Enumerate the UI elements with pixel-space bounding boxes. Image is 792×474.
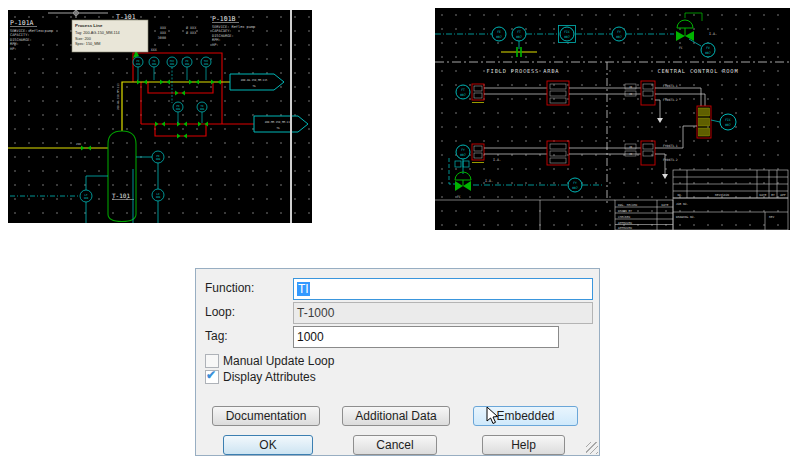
tooltip-tag: Tag: 200-AG-150_MM-114 bbox=[75, 31, 120, 35]
instrument-tag: 108 bbox=[136, 63, 141, 66]
junction-box-label: JB bbox=[629, 93, 633, 96]
area-label-control-room: CENTRAL CONTROL ROOM bbox=[658, 68, 739, 74]
pump-a-line: RPM: bbox=[10, 42, 19, 46]
pid-drawing-panel[interactable]: P-101A SERVICE: Reflex pump CAPACITY: DI… bbox=[8, 10, 312, 223]
instrument-tag: FT bbox=[517, 30, 521, 34]
documentation-button[interactable]: Documentation bbox=[212, 406, 320, 426]
loop-value: T-1000 bbox=[297, 306, 334, 320]
pump-b-line: CAPACITY: bbox=[212, 29, 231, 33]
loop-canvas[interactable]: FE 007 FT 007 FIC 007 FY 007 bbox=[435, 8, 790, 230]
instrument-fv[interactable]: FV 007 bbox=[701, 43, 715, 57]
tag-value: 1000 bbox=[297, 330, 324, 344]
area-label-field: FIELD PROCESS AREA bbox=[487, 68, 560, 74]
wire-label: FT0073-1 bbox=[663, 84, 678, 88]
additional-data-button[interactable]: Additional Data bbox=[342, 406, 450, 426]
vessel-t101[interactable]: T-101 bbox=[108, 131, 136, 222]
display-attributes-label: Display Attributes bbox=[223, 370, 316, 384]
teal-instrument-lines[interactable]: LT 104 PI 108 LI 108 bbox=[10, 151, 164, 223]
instrument-fe[interactable]: FE 007 bbox=[492, 27, 506, 41]
instrument-tag: 104 bbox=[84, 197, 89, 200]
loop-input[interactable]: T-1000 bbox=[293, 302, 593, 324]
tooltip-size: Size: 200 bbox=[75, 37, 91, 41]
instrument-tag: FY bbox=[617, 30, 621, 34]
tag-input[interactable]: 1000 bbox=[293, 326, 559, 348]
junction-box-label: JB bbox=[629, 146, 633, 149]
instrument-tag: 007 bbox=[705, 51, 711, 55]
instrument-bubbles-top[interactable]: PI 108 TI 108 PIC 108 PI 108 TIC 108 bbox=[133, 57, 211, 103]
manual-update-loop-checkbox[interactable] bbox=[205, 354, 219, 368]
vessel-label: T-101 bbox=[112, 192, 130, 199]
check-icon: ✔ bbox=[206, 368, 216, 382]
help-button[interactable]: Help bbox=[482, 435, 565, 455]
titleblock-cell: DRAWING NO. bbox=[676, 215, 695, 219]
function-input[interactable]: TI bbox=[293, 278, 593, 300]
air-supply-label: I.A. bbox=[709, 32, 717, 36]
cancel-button[interactable]: Cancel bbox=[353, 435, 437, 455]
instrument-tag: 007 bbox=[572, 186, 578, 190]
tooltip-spec: Spec: 150_MM bbox=[75, 42, 101, 46]
vessel-top-tag: T-101 bbox=[116, 13, 136, 21]
titleblock-cell: APPROVED bbox=[618, 226, 632, 230]
manual-update-loop-label: Manual Update Loop bbox=[223, 354, 334, 368]
air-supply-label: I.A. bbox=[485, 179, 493, 183]
instrument-tag: 007 bbox=[460, 153, 466, 157]
offpage-connector-1[interactable]: 200-AG-150_MM-115 TG bbox=[230, 74, 284, 90]
instrument-tag: FT bbox=[461, 88, 465, 92]
function-label: Function: bbox=[205, 281, 254, 295]
instrument-tag: FY bbox=[573, 181, 577, 185]
offpage-connector-2[interactable]: 200-MM-150_MM-117 TG bbox=[254, 116, 308, 132]
wiring-row-b[interactable]: FY 007 I.A. JB JB bbox=[455, 126, 697, 179]
instrument-ft[interactable]: FT 007 bbox=[512, 27, 526, 41]
pump-b-line: HP: bbox=[212, 43, 219, 47]
loop-drawing-panel[interactable]: FE 007 FT 007 FIC 007 FY 007 bbox=[435, 8, 790, 230]
valve-size-label: 200 bbox=[76, 142, 81, 146]
process-line-tooltip: Process Line Tag: 200-AG-150_MM-114 Size… bbox=[72, 20, 148, 52]
display-attributes-checkbox[interactable]: ✔ bbox=[205, 370, 219, 384]
air-supply-label: I.A. bbox=[493, 158, 501, 162]
wiring-row-a[interactable]: FT 007 JB JB FT bbox=[456, 81, 705, 123]
instrument-tag: 108 bbox=[156, 158, 161, 161]
riser-line-number: 200-AG-150_MM-113 bbox=[117, 83, 120, 110]
pump-a-label[interactable]: P-101A SERVICE: Reflex pump CAPACITY: DI… bbox=[10, 19, 53, 51]
tag-label: Tag: bbox=[205, 329, 228, 343]
ok-button[interactable]: OK bbox=[223, 435, 313, 455]
titleblock-col: NO. bbox=[677, 193, 682, 197]
embedded-button[interactable]: Embedded bbox=[473, 406, 578, 426]
connector-line-number: TG bbox=[276, 127, 280, 130]
pump-b-line: SERVICE: Reflex pump bbox=[212, 25, 255, 29]
pump-b-line: RPM: bbox=[212, 38, 221, 42]
resize-grip[interactable] bbox=[586, 442, 598, 454]
instrument-tag: 108 bbox=[204, 63, 209, 66]
titleblock-cell: APPROVED bbox=[618, 221, 632, 225]
crosshair-marker bbox=[48, 10, 108, 18]
pump-b-label[interactable]: P-101B SERVICE: Reflex pump CAPACITY: DI… bbox=[212, 15, 255, 47]
instrument-tag: 007 bbox=[496, 35, 502, 39]
titleblock-cell: DWG. RECORD bbox=[618, 203, 637, 207]
ground-icon bbox=[657, 118, 663, 123]
dcs-terminal-strip[interactable]: FIC 007 bbox=[697, 106, 736, 138]
control-valve-field[interactable]: FC I.A. FY 007 bbox=[449, 158, 603, 199]
instrument-tag: FE bbox=[497, 30, 501, 34]
titleblock-col: DATE bbox=[760, 193, 767, 197]
titleblock-col: APP bbox=[780, 193, 785, 197]
instrument-bubbles-mid[interactable]: PI 108 TI 108 bbox=[173, 102, 207, 123]
wire-label: FY0073-1 bbox=[663, 144, 678, 148]
control-valve-top[interactable] bbox=[676, 13, 702, 41]
pump-b-tag: P-101B bbox=[212, 15, 236, 23]
instrument-tag: 007 bbox=[725, 123, 731, 127]
pump-a-tag: P-101A bbox=[10, 19, 34, 27]
pump-b-line: DISCHARGE: bbox=[212, 34, 234, 38]
pump-a-line: SERVICE: Reflex pump bbox=[10, 29, 53, 33]
wire-label: FT0073-2 bbox=[663, 98, 678, 102]
instrument-tag: FV bbox=[706, 46, 710, 50]
connector-line-number: 200-MM-150_MM-117 bbox=[265, 121, 292, 124]
fail-close-label: FC bbox=[457, 195, 461, 199]
instrument-fic[interactable]: FIC 007 bbox=[559, 26, 576, 43]
instrument-tag: 108 bbox=[200, 108, 205, 111]
pump-a-line: CAPACITY: bbox=[10, 33, 29, 37]
spec-value: XXX bbox=[160, 26, 167, 30]
pid-canvas[interactable]: P-101A SERVICE: Reflex pump CAPACITY: DI… bbox=[8, 10, 312, 223]
instrument-tag: 108 bbox=[170, 63, 175, 66]
instrument-fy[interactable]: FY 007 bbox=[612, 27, 626, 41]
instrument-tag: FIC bbox=[725, 118, 731, 122]
